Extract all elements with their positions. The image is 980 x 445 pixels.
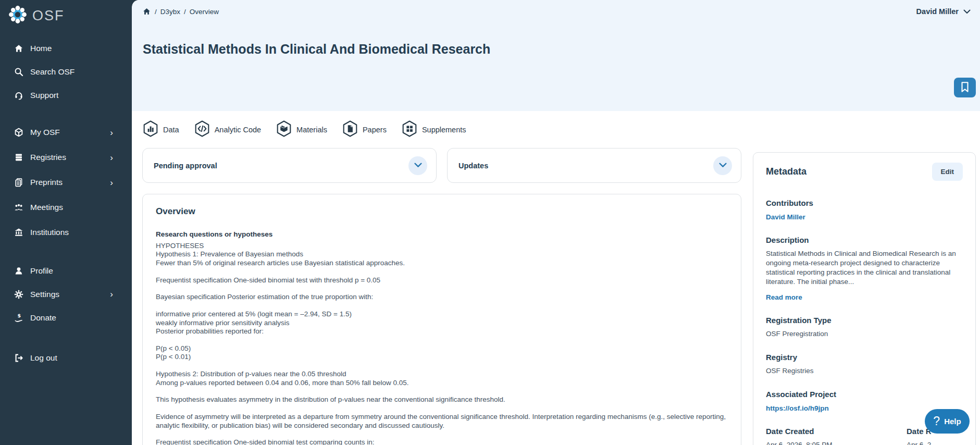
sidebar-item-my-osf[interactable]: My OSF › bbox=[0, 120, 132, 145]
question-mark-icon: ? bbox=[933, 414, 940, 428]
chevron-right-icon: › bbox=[110, 290, 113, 299]
cube-icon bbox=[14, 128, 24, 137]
materials-icon bbox=[276, 120, 292, 139]
resource-chips: Data Analytic Code Materials Papers Supp… bbox=[143, 120, 481, 139]
breadcrumb-project-id[interactable]: D3ybx bbox=[160, 8, 180, 16]
sidebar-item-settings[interactable]: Settings › bbox=[0, 282, 132, 306]
pending-approval-card: Pending approval bbox=[142, 148, 437, 183]
registration-type-label: Registration Type bbox=[766, 316, 963, 325]
chip-papers[interactable]: Papers bbox=[342, 120, 387, 139]
chip-materials[interactable]: Materials bbox=[276, 120, 327, 139]
description-text: Statistical Methods in Clinical and Biom… bbox=[766, 249, 963, 287]
people-icon bbox=[14, 203, 24, 212]
sidebar: OSF Home Search OSF Support My OSF bbox=[0, 0, 132, 445]
search-icon bbox=[14, 67, 24, 77]
page-title: Statistical Methods In Clinical And Biom… bbox=[143, 42, 490, 57]
contributor-link[interactable]: David Miller bbox=[766, 213, 805, 221]
chip-data[interactable]: Data bbox=[143, 120, 179, 139]
description-label: Description bbox=[766, 236, 963, 244]
sidebar-item-registries[interactable]: Registries › bbox=[0, 145, 132, 170]
supplements-icon bbox=[402, 120, 417, 139]
breadcrumb-current-page[interactable]: Overview bbox=[190, 8, 219, 16]
date-created-label: Date Created bbox=[766, 427, 907, 436]
updates-expand-button[interactable] bbox=[713, 156, 732, 175]
overview-card: Overview Research questions or hypothese… bbox=[142, 194, 741, 445]
bookmark-button[interactable] bbox=[954, 78, 976, 97]
contributors-label: Contributors bbox=[766, 199, 963, 207]
pending-approval-title: Pending approval bbox=[154, 162, 217, 170]
sidebar-item-logout[interactable]: Log out bbox=[0, 346, 132, 369]
updates-card: Updates bbox=[447, 148, 741, 183]
donate-icon: $ bbox=[14, 313, 24, 323]
chevron-right-icon: › bbox=[110, 153, 113, 162]
logout-icon bbox=[14, 353, 24, 363]
osf-flower-icon bbox=[8, 5, 27, 26]
edit-metadata-button[interactable]: Edit bbox=[932, 163, 963, 181]
sidebar-item-institutions[interactable]: Institutions bbox=[0, 220, 132, 245]
chip-supplements[interactable]: Supplements bbox=[402, 120, 466, 139]
gear-icon bbox=[14, 290, 24, 299]
bank-icon bbox=[14, 228, 24, 237]
chevron-down-icon bbox=[719, 162, 727, 169]
registry-value: OSF Registries bbox=[766, 366, 963, 376]
user-menu[interactable]: David Miller bbox=[916, 7, 971, 16]
archive-icon bbox=[14, 153, 24, 162]
breadcrumb: / D3ybx / Overview bbox=[142, 7, 219, 16]
sidebar-item-support[interactable]: Support bbox=[0, 83, 132, 107]
sidebar-item-donate[interactable]: $ Donate bbox=[0, 306, 132, 329]
date-registered-value: Apr 6, 2 bbox=[907, 440, 932, 445]
registration-type-value: OSF Preregistration bbox=[766, 329, 963, 339]
sidebar-item-home[interactable]: Home bbox=[0, 36, 132, 60]
sidebar-item-search-osf[interactable]: Search OSF bbox=[0, 60, 132, 83]
bookmark-icon bbox=[959, 81, 971, 95]
person-icon bbox=[14, 266, 24, 276]
home-icon bbox=[14, 44, 24, 53]
read-more-link[interactable]: Read more bbox=[766, 293, 802, 301]
chevron-down-icon bbox=[414, 162, 422, 169]
hero-banner: / D3ybx / Overview David Miller Statisti… bbox=[132, 0, 980, 111]
metadata-card: Metadata Edit Contributors David Miller … bbox=[753, 152, 976, 445]
overview-heading: Overview bbox=[156, 206, 728, 217]
help-button[interactable]: ? Help bbox=[925, 409, 970, 434]
overview-body-text: HYPOTHESES Hypothesis 1: Prevalence of B… bbox=[156, 242, 728, 445]
date-created-value: Apr 6, 2026, 8:05 PM bbox=[766, 440, 907, 445]
chevron-right-icon: › bbox=[110, 128, 113, 137]
osf-logo-text: OSF bbox=[32, 8, 65, 24]
data-icon bbox=[143, 120, 158, 139]
metadata-heading: Metadata bbox=[766, 166, 807, 177]
osf-logo[interactable]: OSF bbox=[8, 5, 65, 26]
code-icon bbox=[194, 120, 210, 139]
papers-icon bbox=[342, 120, 358, 139]
chip-analytic-code[interactable]: Analytic Code bbox=[194, 120, 261, 139]
sidebar-item-meetings[interactable]: Meetings bbox=[0, 195, 132, 220]
associated-project-label: Associated Project bbox=[766, 390, 963, 399]
chevron-right-icon: › bbox=[110, 178, 113, 187]
chevron-down-icon bbox=[963, 7, 971, 16]
headset-icon bbox=[14, 91, 24, 100]
registry-label: Registry bbox=[766, 353, 963, 362]
updates-title: Updates bbox=[458, 162, 488, 170]
breadcrumb-home-icon[interactable] bbox=[142, 7, 151, 16]
user-name: David Miller bbox=[916, 7, 959, 16]
pending-approval-expand-button[interactable] bbox=[408, 156, 427, 175]
associated-project-link[interactable]: https://osf.io/h9jpn bbox=[766, 404, 829, 412]
overview-section-title: Research questions or hypotheses bbox=[156, 230, 728, 238]
sidebar-item-preprints[interactable]: Preprints › bbox=[0, 170, 132, 195]
sidebar-item-profile[interactable]: Profile bbox=[0, 259, 132, 282]
main-content: / D3ybx / Overview David Miller Statisti… bbox=[132, 0, 980, 445]
preprints-icon bbox=[14, 178, 24, 187]
svg-text:$: $ bbox=[18, 313, 21, 318]
